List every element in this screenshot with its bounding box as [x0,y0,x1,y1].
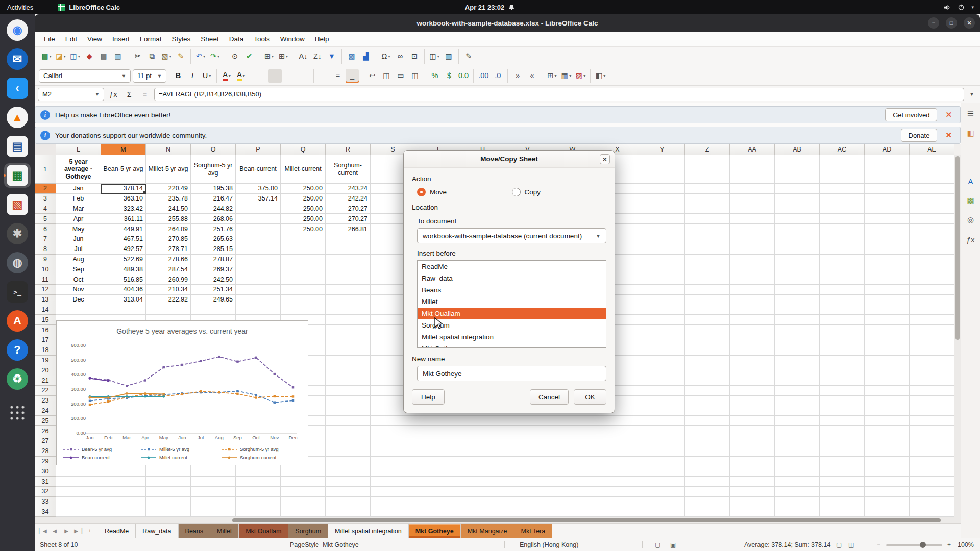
cell-AD34[interactable] [865,507,910,517]
row-header-8[interactable]: 8 [35,244,56,255]
cell-AD10[interactable] [865,264,910,274]
sheet-tab-beans[interactable]: Beans [179,524,210,538]
cell-AC19[interactable] [820,356,865,366]
insert-mode-indicator[interactable]: ▢ [655,541,660,548]
cell-P4[interactable] [236,204,281,214]
cell-P7[interactable] [236,234,281,244]
cell-AC4[interactable] [820,204,865,214]
cell-R6[interactable]: 266.81 [326,224,371,234]
sheet-tab-millet[interactable]: Millet [210,524,239,538]
cell-P12[interactable] [236,285,281,295]
cell-R13[interactable] [326,295,371,305]
sheet-tab-millet-spatial-integration[interactable]: Millet spatial integration [328,524,409,538]
cell-L4[interactable]: Mar [56,204,101,214]
selection-statistics[interactable]: Average: 378.14; Sum: 378.14 [744,541,830,548]
cell-AA5[interactable] [730,214,775,224]
cell-Z16[interactable] [685,325,730,335]
clock-menu[interactable]: Apr 21 23:02 [465,4,515,11]
cell-AC5[interactable] [820,214,865,224]
copy-radio[interactable]: Copy [512,188,607,196]
cell-AA13[interactable] [730,295,775,305]
cell-Y25[interactable] [640,416,685,426]
cell-O5[interactable]: 268.06 [191,214,236,224]
cell-P33[interactable] [236,497,281,507]
cell-AE3[interactable] [910,194,954,204]
cell-Q30[interactable] [281,466,326,477]
redo-icon[interactable]: ↷▾ [208,49,222,64]
row-header-16[interactable]: 16 [35,325,56,335]
cell-L33[interactable] [56,497,101,507]
border-style-icon[interactable]: ▦▾ [559,69,573,83]
menu-window[interactable]: Window [275,33,310,45]
cell-N6[interactable]: 264.09 [146,224,191,234]
cell-U29[interactable] [460,457,505,467]
donate-button[interactable]: Donate [901,129,938,142]
cell-R27[interactable] [326,436,371,446]
zoom-in-icon[interactable]: + [947,541,951,548]
cell-AE14[interactable] [910,305,954,315]
cell-Y8[interactable] [640,244,685,255]
wrap-text-icon[interactable]: ↩ [365,69,379,83]
cell-Y31[interactable] [640,477,685,487]
cell-Z29[interactable] [685,457,730,467]
cell-AB6[interactable] [775,224,820,234]
row-header-26[interactable]: 26 [35,426,56,436]
cell-AA33[interactable] [730,497,775,507]
cell-AA26[interactable] [730,426,775,436]
cell-N14[interactable] [146,305,191,315]
row-header-9[interactable]: 9 [35,255,56,265]
cell-Z11[interactable] [685,274,730,285]
cell-R28[interactable] [326,446,371,457]
vlc-icon[interactable]: ▲ [4,105,31,130]
cell-N1[interactable]: Millet-5 yr avg [146,155,191,184]
cell-X30[interactable] [595,466,640,477]
cell-AC11[interactable] [820,274,865,285]
cell-T31[interactable] [415,477,460,487]
cell-M9[interactable]: 522.69 [101,255,146,265]
column-header-AC[interactable]: AC [820,144,865,155]
cell-O32[interactable] [191,487,236,497]
cell-AE19[interactable] [910,356,954,366]
cell-P2[interactable]: 375.00 [236,184,281,194]
cell-AB27[interactable] [775,436,820,446]
cell-AB7[interactable] [775,234,820,244]
cell-Y6[interactable] [640,224,685,234]
cell-M3[interactable]: 363.10 [101,194,146,204]
cell-P13[interactable] [236,295,281,305]
cell-O4[interactable]: 244.82 [191,204,236,214]
cell-Q5[interactable]: 250.00 [281,214,326,224]
cell-M12[interactable]: 404.36 [101,285,146,295]
cell-R20[interactable] [326,365,371,375]
cell-AC14[interactable] [820,305,865,315]
cell-S31[interactable] [371,477,415,487]
zoom-level[interactable]: 100% [958,541,974,548]
cell-AA2[interactable] [730,184,775,194]
cell-N33[interactable] [146,497,191,507]
dialog-titlebar[interactable]: Move/Copy Sheet ✕ [404,151,615,168]
cell-S25[interactable] [371,416,415,426]
cell-R16[interactable] [326,325,371,335]
row-header-7[interactable]: 7 [35,234,56,244]
row-header-27[interactable]: 27 [35,436,56,446]
row-header-17[interactable]: 17 [35,335,56,345]
cell-Y20[interactable] [640,365,685,375]
cell-L7[interactable]: Jun [56,234,101,244]
cell-N32[interactable] [146,487,191,497]
cell-S26[interactable] [371,426,415,436]
cell-Y29[interactable] [640,457,685,467]
maximize-button[interactable]: □ [946,17,957,29]
insert-row-above-icon[interactable]: ⊞▾ [262,49,276,64]
row-header-34[interactable]: 34 [35,507,56,517]
cell-Y24[interactable] [640,406,685,416]
cell-O10[interactable]: 269.37 [191,264,236,274]
cell-Q14[interactable] [281,305,326,315]
row-header-21[interactable]: 21 [35,375,56,386]
cell-N9[interactable]: 278.66 [146,255,191,265]
align-top-icon[interactable]: ‾ [317,69,330,83]
cell-N3[interactable]: 235.78 [146,194,191,204]
cell-AD16[interactable] [865,325,910,335]
to-document-select[interactable]: workbook-with-sample-database (current d… [417,228,606,243]
cell-X25[interactable] [595,416,640,426]
cell-AE7[interactable] [910,234,954,244]
chrome-icon[interactable]: ◉ [4,18,31,42]
